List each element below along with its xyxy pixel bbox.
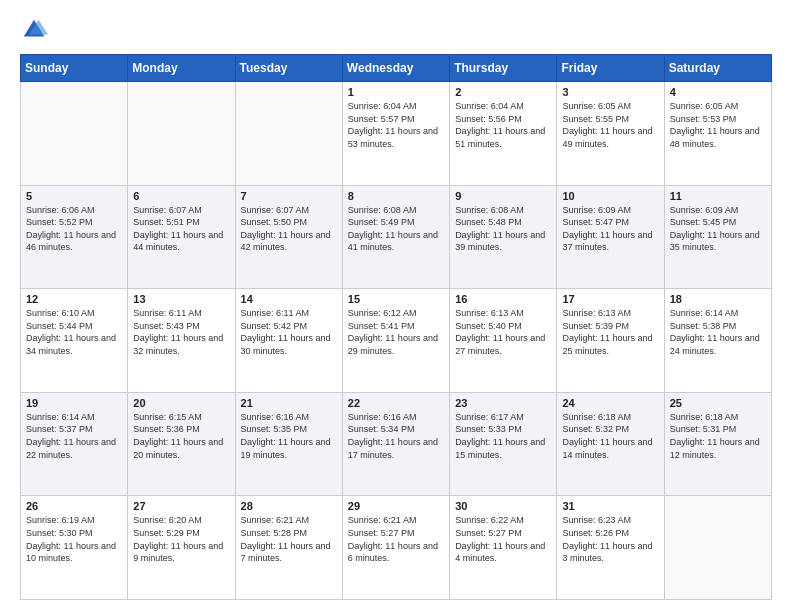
calendar-week-row: 26Sunrise: 6:19 AM Sunset: 5:30 PM Dayli… xyxy=(21,496,772,600)
col-thursday: Thursday xyxy=(450,55,557,82)
col-saturday: Saturday xyxy=(664,55,771,82)
table-row: 25Sunrise: 6:18 AM Sunset: 5:31 PM Dayli… xyxy=(664,392,771,496)
table-row: 7Sunrise: 6:07 AM Sunset: 5:50 PM Daylig… xyxy=(235,185,342,289)
day-info: Sunrise: 6:22 AM Sunset: 5:27 PM Dayligh… xyxy=(455,514,551,564)
col-monday: Monday xyxy=(128,55,235,82)
day-number: 10 xyxy=(562,190,658,202)
table-row: 3Sunrise: 6:05 AM Sunset: 5:55 PM Daylig… xyxy=(557,82,664,186)
day-number: 20 xyxy=(133,397,229,409)
table-row: 5Sunrise: 6:06 AM Sunset: 5:52 PM Daylig… xyxy=(21,185,128,289)
calendar-week-row: 1Sunrise: 6:04 AM Sunset: 5:57 PM Daylig… xyxy=(21,82,772,186)
day-info: Sunrise: 6:18 AM Sunset: 5:32 PM Dayligh… xyxy=(562,411,658,461)
table-row: 27Sunrise: 6:20 AM Sunset: 5:29 PM Dayli… xyxy=(128,496,235,600)
day-info: Sunrise: 6:06 AM Sunset: 5:52 PM Dayligh… xyxy=(26,204,122,254)
day-number: 9 xyxy=(455,190,551,202)
day-info: Sunrise: 6:19 AM Sunset: 5:30 PM Dayligh… xyxy=(26,514,122,564)
day-number: 19 xyxy=(26,397,122,409)
day-info: Sunrise: 6:09 AM Sunset: 5:47 PM Dayligh… xyxy=(562,204,658,254)
table-row: 4Sunrise: 6:05 AM Sunset: 5:53 PM Daylig… xyxy=(664,82,771,186)
table-row: 21Sunrise: 6:16 AM Sunset: 5:35 PM Dayli… xyxy=(235,392,342,496)
day-info: Sunrise: 6:08 AM Sunset: 5:49 PM Dayligh… xyxy=(348,204,444,254)
day-info: Sunrise: 6:20 AM Sunset: 5:29 PM Dayligh… xyxy=(133,514,229,564)
day-number: 4 xyxy=(670,86,766,98)
day-number: 30 xyxy=(455,500,551,512)
day-info: Sunrise: 6:15 AM Sunset: 5:36 PM Dayligh… xyxy=(133,411,229,461)
day-number: 23 xyxy=(455,397,551,409)
day-info: Sunrise: 6:13 AM Sunset: 5:39 PM Dayligh… xyxy=(562,307,658,357)
day-number: 11 xyxy=(670,190,766,202)
day-number: 25 xyxy=(670,397,766,409)
day-info: Sunrise: 6:14 AM Sunset: 5:38 PM Dayligh… xyxy=(670,307,766,357)
day-number: 28 xyxy=(241,500,337,512)
day-info: Sunrise: 6:08 AM Sunset: 5:48 PM Dayligh… xyxy=(455,204,551,254)
table-row: 15Sunrise: 6:12 AM Sunset: 5:41 PM Dayli… xyxy=(342,289,449,393)
table-row: 11Sunrise: 6:09 AM Sunset: 5:45 PM Dayli… xyxy=(664,185,771,289)
day-info: Sunrise: 6:18 AM Sunset: 5:31 PM Dayligh… xyxy=(670,411,766,461)
table-row: 1Sunrise: 6:04 AM Sunset: 5:57 PM Daylig… xyxy=(342,82,449,186)
day-info: Sunrise: 6:04 AM Sunset: 5:57 PM Dayligh… xyxy=(348,100,444,150)
table-row: 26Sunrise: 6:19 AM Sunset: 5:30 PM Dayli… xyxy=(21,496,128,600)
day-info: Sunrise: 6:05 AM Sunset: 5:53 PM Dayligh… xyxy=(670,100,766,150)
day-info: Sunrise: 6:09 AM Sunset: 5:45 PM Dayligh… xyxy=(670,204,766,254)
day-info: Sunrise: 6:13 AM Sunset: 5:40 PM Dayligh… xyxy=(455,307,551,357)
header xyxy=(20,16,772,44)
table-row: 8Sunrise: 6:08 AM Sunset: 5:49 PM Daylig… xyxy=(342,185,449,289)
table-row: 14Sunrise: 6:11 AM Sunset: 5:42 PM Dayli… xyxy=(235,289,342,393)
table-row: 12Sunrise: 6:10 AM Sunset: 5:44 PM Dayli… xyxy=(21,289,128,393)
table-row: 16Sunrise: 6:13 AM Sunset: 5:40 PM Dayli… xyxy=(450,289,557,393)
day-info: Sunrise: 6:10 AM Sunset: 5:44 PM Dayligh… xyxy=(26,307,122,357)
table-row: 2Sunrise: 6:04 AM Sunset: 5:56 PM Daylig… xyxy=(450,82,557,186)
table-row: 17Sunrise: 6:13 AM Sunset: 5:39 PM Dayli… xyxy=(557,289,664,393)
day-number: 13 xyxy=(133,293,229,305)
day-number: 18 xyxy=(670,293,766,305)
day-number: 24 xyxy=(562,397,658,409)
table-row: 19Sunrise: 6:14 AM Sunset: 5:37 PM Dayli… xyxy=(21,392,128,496)
day-number: 22 xyxy=(348,397,444,409)
table-row: 6Sunrise: 6:07 AM Sunset: 5:51 PM Daylig… xyxy=(128,185,235,289)
day-number: 14 xyxy=(241,293,337,305)
table-row: 10Sunrise: 6:09 AM Sunset: 5:47 PM Dayli… xyxy=(557,185,664,289)
day-number: 8 xyxy=(348,190,444,202)
table-row xyxy=(21,82,128,186)
day-number: 3 xyxy=(562,86,658,98)
table-row xyxy=(664,496,771,600)
table-row: 24Sunrise: 6:18 AM Sunset: 5:32 PM Dayli… xyxy=(557,392,664,496)
table-row: 23Sunrise: 6:17 AM Sunset: 5:33 PM Dayli… xyxy=(450,392,557,496)
logo-icon xyxy=(20,16,48,44)
day-number: 7 xyxy=(241,190,337,202)
day-info: Sunrise: 6:14 AM Sunset: 5:37 PM Dayligh… xyxy=(26,411,122,461)
day-number: 2 xyxy=(455,86,551,98)
calendar-week-row: 12Sunrise: 6:10 AM Sunset: 5:44 PM Dayli… xyxy=(21,289,772,393)
table-row: 29Sunrise: 6:21 AM Sunset: 5:27 PM Dayli… xyxy=(342,496,449,600)
day-info: Sunrise: 6:23 AM Sunset: 5:26 PM Dayligh… xyxy=(562,514,658,564)
calendar-table: Sunday Monday Tuesday Wednesday Thursday… xyxy=(20,54,772,600)
col-sunday: Sunday xyxy=(21,55,128,82)
table-row: 9Sunrise: 6:08 AM Sunset: 5:48 PM Daylig… xyxy=(450,185,557,289)
day-info: Sunrise: 6:12 AM Sunset: 5:41 PM Dayligh… xyxy=(348,307,444,357)
day-number: 31 xyxy=(562,500,658,512)
day-info: Sunrise: 6:04 AM Sunset: 5:56 PM Dayligh… xyxy=(455,100,551,150)
table-row: 13Sunrise: 6:11 AM Sunset: 5:43 PM Dayli… xyxy=(128,289,235,393)
day-info: Sunrise: 6:05 AM Sunset: 5:55 PM Dayligh… xyxy=(562,100,658,150)
day-number: 16 xyxy=(455,293,551,305)
day-info: Sunrise: 6:17 AM Sunset: 5:33 PM Dayligh… xyxy=(455,411,551,461)
calendar-week-row: 5Sunrise: 6:06 AM Sunset: 5:52 PM Daylig… xyxy=(21,185,772,289)
table-row: 22Sunrise: 6:16 AM Sunset: 5:34 PM Dayli… xyxy=(342,392,449,496)
day-info: Sunrise: 6:11 AM Sunset: 5:43 PM Dayligh… xyxy=(133,307,229,357)
day-info: Sunrise: 6:07 AM Sunset: 5:51 PM Dayligh… xyxy=(133,204,229,254)
col-friday: Friday xyxy=(557,55,664,82)
day-info: Sunrise: 6:11 AM Sunset: 5:42 PM Dayligh… xyxy=(241,307,337,357)
day-info: Sunrise: 6:16 AM Sunset: 5:34 PM Dayligh… xyxy=(348,411,444,461)
day-number: 26 xyxy=(26,500,122,512)
table-row xyxy=(235,82,342,186)
day-info: Sunrise: 6:21 AM Sunset: 5:27 PM Dayligh… xyxy=(348,514,444,564)
table-row: 20Sunrise: 6:15 AM Sunset: 5:36 PM Dayli… xyxy=(128,392,235,496)
day-number: 21 xyxy=(241,397,337,409)
day-info: Sunrise: 6:07 AM Sunset: 5:50 PM Dayligh… xyxy=(241,204,337,254)
col-tuesday: Tuesday xyxy=(235,55,342,82)
day-info: Sunrise: 6:21 AM Sunset: 5:28 PM Dayligh… xyxy=(241,514,337,564)
calendar-header-row: Sunday Monday Tuesday Wednesday Thursday… xyxy=(21,55,772,82)
day-number: 1 xyxy=(348,86,444,98)
day-number: 5 xyxy=(26,190,122,202)
day-number: 15 xyxy=(348,293,444,305)
